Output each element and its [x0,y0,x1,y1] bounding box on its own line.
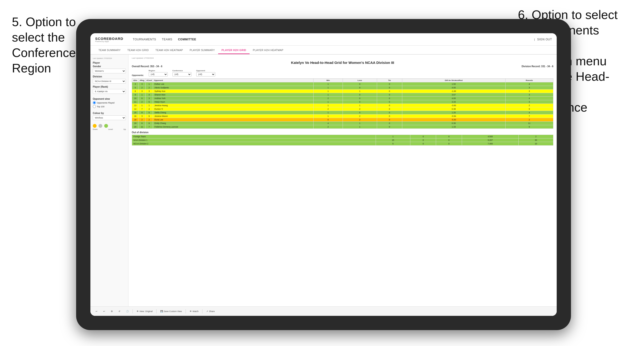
legend-labels: Down Level Up [93,128,126,130]
table-row: 19 6 6 Emily Chang 4 1 0 0.30 11 [132,122,553,125]
annotation-left-line2: select the [12,30,65,44]
colour-by-section: Colour by Win/loss [93,112,126,120]
sub-nav-player-summary[interactable]: PLAYER SUMMARY [186,47,218,54]
redo-button[interactable]: ↩ [101,310,107,313]
th-rounds: Rounds [505,79,553,82]
legend-level-circle [98,124,102,128]
table-row: 3 3 1 Esther Lee 1 0 0 1.50 4 [132,82,553,86]
opponent-view-section: Opponent view Opponents Played Top 100 [93,98,126,108]
division-label: Division [93,75,126,78]
save-custom-view-button[interactable]: 💾 Save Custom View [158,310,184,313]
division-select[interactable]: NCAA Division III [93,79,126,84]
th-div: #Div [132,79,139,82]
annotation-left-line1: 5. Option to [12,15,76,29]
watch-label: Watch [192,310,198,313]
th-conf: #Conf [145,79,153,82]
share-label: Share [209,310,214,313]
division-record: Division Record: 331 - 34 - 6 [522,65,553,68]
records-row: Overall Record: 353 - 34 - 6 Division Re… [132,65,553,68]
out-of-division-title: Out of division [132,131,553,134]
view-original-button[interactable]: 👁 View: Original [135,310,154,313]
sub-nav-team-summary[interactable]: TEAM SUMMARY [95,47,124,54]
logo: SCOREBOARD Powered by clippd [95,36,123,42]
toolbar-sep-4 [202,309,202,314]
player-rank-select[interactable]: 8. Katelyn Vo [93,89,126,94]
region-label: Region [149,70,168,72]
radio-top100[interactable]: Top 100 [93,105,126,108]
opponent-view-radios: Opponents Played Top 100 [93,101,126,108]
opponent-view-label: Opponent view [93,98,126,100]
eye-icon: 👁 [136,310,139,313]
player-rank-label: Player (Rank) [93,85,126,88]
gender-label: Gender [93,65,126,68]
player-section: Player Gender Women's Division NCAA Divi… [93,61,126,94]
table-row: 5 2 2 Alexis Sudjianto 1 0 0 4.00 3 [132,86,553,90]
region-filter: Region (All) [149,70,168,76]
out-of-division-table: Foreign Team 1 0 0 4.500 2 NAIA Division… [132,135,553,146]
table-header-row: #Div #Reg #Conf Opponent Win Loss Tie Di… [132,79,553,82]
nav-teams[interactable]: TEAMS [162,38,172,41]
radio-opponents-played[interactable]: Opponents Played [93,101,126,104]
player-label: Player [93,61,126,64]
annotation-left-line4: Region [12,61,51,75]
reset-button[interactable]: ↺ [116,310,122,313]
opponent-filter: Opponent (All) [196,70,215,76]
logo-text: SCOREBOARD [95,36,123,41]
nav-items: TOURNAMENTS TEAMS COMMITTEE [133,38,196,41]
table-row: 14 7 4 Eunice Yi 2 2 0 0.38 9 [132,107,553,111]
sub-nav-team-h2h-grid[interactable]: TEAM H2H GRID [124,47,152,54]
share-icon: ↗ [206,310,208,313]
table-body: 3 3 1 Esther Lee 1 0 0 1.50 4 5 2 2 Alex… [132,82,553,129]
watch-icon: 👁 [190,310,192,313]
opponents-label: Opponents: [132,74,144,76]
table-row: 16 3 6 Jessica Mason 1 2 0 -0.94 7 [132,115,553,118]
legend-up-circle [104,124,108,128]
region-select[interactable]: (All) [149,72,168,76]
sub-nav-team-h2h-heatmap[interactable]: TEAM H2H HEATMAP [152,47,186,54]
clock-button[interactable]: 🕐 [124,310,130,313]
opponent-filter-label: Opponent [196,70,215,72]
table-row: 13 1 1 Jessica Huang 1 1 0 -3.00 2 [132,104,553,107]
nav-right: | Sign out [534,38,552,41]
th-loss: Loss [342,79,377,82]
opponent-select[interactable]: (All) [196,72,215,76]
sidebar: Last Updated: 27/03/2024 Player Gender W… [90,55,128,316]
settings-button[interactable]: ⚙ [109,310,115,313]
th-reg: #Reg [139,79,146,82]
sub-nav-player-h2h-heatmap[interactable]: PLAYER H2H HEATMAP [250,47,287,54]
colour-by-select[interactable]: Win/loss [93,115,126,120]
undo-button[interactable]: ↩ [94,310,100,313]
save-custom-view-label: Save Custom View [164,310,182,313]
share-button[interactable]: ↗ Share [204,310,216,313]
toolbar-sep-3 [186,309,186,314]
sign-out-button[interactable]: Sign out [537,38,552,41]
conference-select[interactable]: (All) [172,72,192,76]
table-row: 10 6 3 Andrea York 2 0 0 4.00 4 [132,97,553,100]
th-diff: Diff Av Strokes/Rnd [402,79,505,82]
ood-table-row: Foreign Team 1 0 0 4.500 2 [132,135,553,139]
conference-filter: Conference (All) [172,70,192,76]
out-of-division-body: Foreign Team 1 0 0 4.500 2 NAIA Division… [132,135,553,146]
filter-row: Opponents: Region (All) Conference (All) [132,70,553,76]
main-data-table: #Div #Reg #Conf Opponent Win Loss Tie Di… [132,78,553,129]
table-row: 9 1 4 Sharon Mun 1 0 0 3.67 3 [132,93,553,97]
last-updated: Last Updated: 27/03/2024 [93,57,126,59]
sub-navbar: TEAM SUMMARY TEAM H2H GRID TEAM H2H HEAT… [90,46,557,55]
ood-table-row: NCAA Division 2 5 0 0 7.400 10 [132,142,553,146]
table-row: 18 2 2 Euna Lee 0 2 0 -5.00 2 [132,118,553,122]
nav-tournaments[interactable]: TOURNAMENTS [133,38,156,41]
table-row: 20 11 7 Federica Domecq Lacroze 2 1 0 1.… [132,125,553,129]
legend-section: Down Level Up [93,124,126,130]
gender-select[interactable]: Women's [93,69,126,73]
tablet-screen: SCOREBOARD Powered by clippd TOURNAMENTS… [90,33,557,316]
legend-circles [93,124,126,128]
nav-committee[interactable]: COMMITTEE [178,38,196,41]
table-row: 6 3 3 Sydney Kuo 1 1 0 -1.00 3 [132,90,553,93]
legend-level-label: Level [108,128,113,130]
save-icon: 💾 [160,310,163,313]
watch-button[interactable]: 👁 Watch [188,310,200,313]
overall-record: Overall Record: 353 - 34 - 6 [132,65,162,68]
logo-subtext: Powered by clippd [95,41,123,42]
main-content: Last Updated: 27/03/2024 Player Gender W… [90,55,557,316]
sub-nav-player-h2h-grid[interactable]: PLAYER H2H GRID [218,47,250,54]
